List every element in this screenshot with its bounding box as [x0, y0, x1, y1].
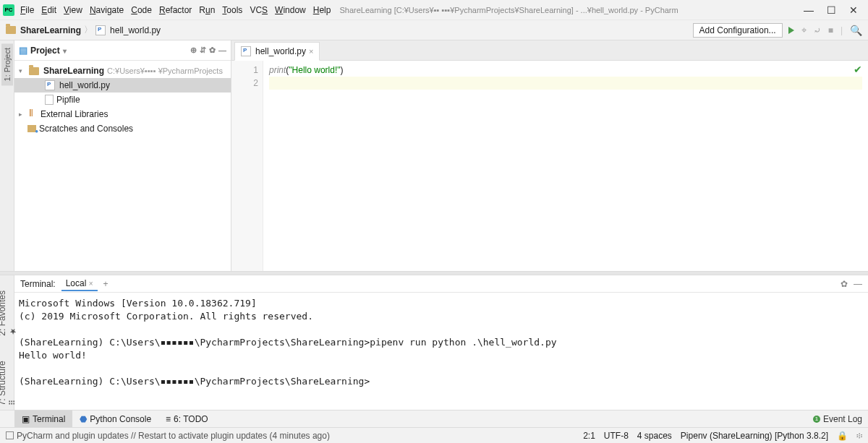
left-tab-favorites[interactable]: 2: Favorites ★: [0, 278, 18, 340]
menu-edit[interactable]: Edit: [41, 5, 56, 15]
todo-icon: ≡: [166, 414, 171, 424]
project-header: ▤ Project ⊕ ⇵ ✿ —: [14, 40, 231, 61]
run-cov-icon[interactable]: ⤾: [814, 25, 821, 35]
tree-scratches-label: Scratches and Consoles: [39, 124, 133, 134]
pycharm-icon: PC: [3, 4, 14, 16]
menu-tools[interactable]: Tools: [222, 5, 242, 15]
minimize-icon[interactable]: —: [804, 4, 814, 16]
search-icon[interactable]: 🔍: [850, 25, 862, 36]
code-string: "Hello world!": [289, 65, 340, 75]
scratches-icon: [27, 125, 36, 132]
menu-window[interactable]: Window: [275, 5, 306, 15]
tree-root[interactable]: ▾ ShareLearning C:¥Users¥▪▪▪▪ ¥PycharmPr…: [14, 64, 231, 78]
close-icon[interactable]: ✕: [849, 4, 858, 16]
menu-code[interactable]: Code: [131, 5, 152, 15]
terminal-tab[interactable]: Local ×: [61, 277, 98, 291]
code-identifier: print: [269, 65, 286, 75]
chevron-down-icon[interactable]: ▾: [19, 67, 26, 74]
new-terminal-tab-icon[interactable]: +: [103, 279, 109, 289]
stop-icon[interactable]: ■: [828, 25, 833, 35]
project-dropdown[interactable]: Project: [30, 46, 67, 56]
menu-help[interactable]: Help: [313, 5, 331, 15]
status-message[interactable]: PyCharm and plugin updates // Restart to…: [6, 431, 574, 441]
project-panel: ▤ Project ⊕ ⇵ ✿ — ▾ ShareLearning C:¥Use…: [14, 40, 231, 271]
editor-gutter: 1 2: [231, 61, 263, 271]
tree-root-name: ShareLearning: [43, 66, 104, 76]
python-file-icon: [241, 46, 251, 56]
breadcrumb-project[interactable]: ShareLearning: [20, 25, 81, 35]
hide-icon[interactable]: —: [218, 46, 226, 55]
tree-file-py[interactable]: hell_world.py: [14, 78, 231, 93]
locate-icon[interactable]: ⊕: [190, 46, 197, 55]
tree-external-libraries[interactable]: ▸ External Libraries: [14, 107, 231, 121]
event-log-button[interactable]: 1 Event Log: [813, 414, 868, 424]
inspection-ok-icon[interactable]: ✔: [854, 64, 862, 75]
bottom-tab-terminal[interactable]: ▣ Terminal: [14, 410, 72, 427]
debug-icon[interactable]: ⌖: [801, 25, 807, 36]
line-number: 1: [236, 64, 258, 77]
gear-icon[interactable]: ✿: [209, 46, 216, 55]
tree-scratches[interactable]: Scratches and Consoles: [14, 121, 231, 136]
tree-file-label: Pipfile: [56, 95, 80, 105]
left-tool-strip: 1: Project: [0, 40, 14, 271]
bottom-tab-todo[interactable]: ≡ 6: TODO: [158, 410, 216, 427]
python-icon: ⬣: [80, 414, 87, 424]
bottom-tab-python-console[interactable]: ⬣ Python Console: [72, 410, 158, 427]
status-indent[interactable]: 4 spaces: [637, 431, 672, 441]
gear-icon[interactable]: ✿: [841, 279, 848, 289]
close-tab-icon[interactable]: ×: [89, 280, 93, 288]
breadcrumb-file[interactable]: hell_world.py: [110, 25, 161, 35]
menubar: File Edit View Navigate Code Refactor Ru…: [20, 5, 331, 15]
status-encoding[interactable]: UTF-8: [604, 431, 629, 441]
chevron-right-icon[interactable]: ▸: [19, 111, 26, 118]
lock-icon[interactable]: 🔒: [837, 431, 848, 441]
status-bar: PyCharm and plugin updates // Restart to…: [0, 427, 868, 443]
window-title-path: ShareLearning [C:¥Users¥▪▪ ▪▪▪¥PycharmPr…: [339, 6, 804, 14]
project-tree: ▾ ShareLearning C:¥Users¥▪▪▪▪ ¥PycharmPr…: [14, 61, 231, 271]
python-file-icon: [95, 25, 106, 35]
menu-run[interactable]: Run: [199, 5, 215, 15]
editor-tabs: hell_world.py ×: [231, 40, 868, 61]
terminal-pane: 2: Favorites ★ 7: Structure ⠿ Terminal: …: [0, 275, 868, 410]
editor-tab[interactable]: hell_world.py ×: [234, 42, 320, 61]
tree-root-path: C:¥Users¥▪▪▪▪ ¥PycharmProjects: [107, 66, 223, 75]
menu-file[interactable]: File: [20, 5, 34, 15]
terminal-header: Terminal: Local × + ✿ —: [14, 275, 868, 293]
run-icon[interactable]: [788, 27, 794, 34]
python-file-icon: [45, 80, 55, 90]
menu-navigate[interactable]: Navigate: [90, 5, 124, 15]
terminal-output[interactable]: Microsoft Windows [Version 10.0.18362.71…: [14, 293, 868, 410]
editor-area: hell_world.py × 1 2 print("Hello world!"…: [231, 40, 868, 271]
nav-toolbar: ShareLearning 〉 hell_world.py Add Config…: [0, 20, 868, 40]
tree-file-pip[interactable]: Pipfile: [14, 93, 231, 107]
code-current-line: [269, 77, 862, 90]
notification-badge-icon: 1: [813, 416, 820, 423]
code-paren: ): [341, 65, 344, 75]
editor-tab-label: hell_world.py: [255, 46, 306, 56]
breadcrumb-sep: 〉: [84, 24, 93, 36]
close-tab-icon[interactable]: ×: [309, 47, 313, 56]
line-number: 2: [236, 77, 258, 90]
menu-refactor[interactable]: Refactor: [159, 5, 192, 15]
ide-hector-icon[interactable]: ፨: [856, 431, 862, 441]
menu-vcs[interactable]: VCS: [250, 5, 268, 15]
expand-icon[interactable]: ⇵: [200, 46, 206, 55]
editor-content[interactable]: print("Hello world!"): [263, 61, 868, 271]
titlebar: PC File Edit View Navigate Code Refactor…: [0, 0, 868, 20]
project-view-icon: ▤: [19, 45, 27, 56]
status-interpreter[interactable]: Pipenv (ShareLearning) [Python 3.8.2]: [681, 431, 828, 441]
menu-view[interactable]: View: [64, 5, 82, 15]
status-caret-pos[interactable]: 2:1: [583, 431, 595, 441]
maximize-icon[interactable]: ☐: [827, 4, 836, 16]
main-content: 1: Project ▤ Project ⊕ ⇵ ✿ — ▾ ShareLear…: [0, 40, 868, 271]
hide-icon[interactable]: —: [854, 279, 862, 289]
run-buttons: ⌖ ⤾ ■ | 🔍: [788, 25, 862, 36]
left-tab-structure[interactable]: 7: Structure ⠿: [0, 352, 18, 410]
add-configuration-button[interactable]: Add Configuration...: [693, 23, 783, 38]
folder-icon: [6, 26, 16, 34]
status-box-icon: [6, 431, 14, 439]
code-editor[interactable]: 1 2 print("Hello world!") ✔: [231, 61, 868, 271]
left-tab-project[interactable]: 1: Project: [1, 43, 13, 85]
breadcrumb: ShareLearning 〉 hell_world.py: [6, 24, 693, 36]
tree-file-label: hell_world.py: [59, 80, 110, 90]
